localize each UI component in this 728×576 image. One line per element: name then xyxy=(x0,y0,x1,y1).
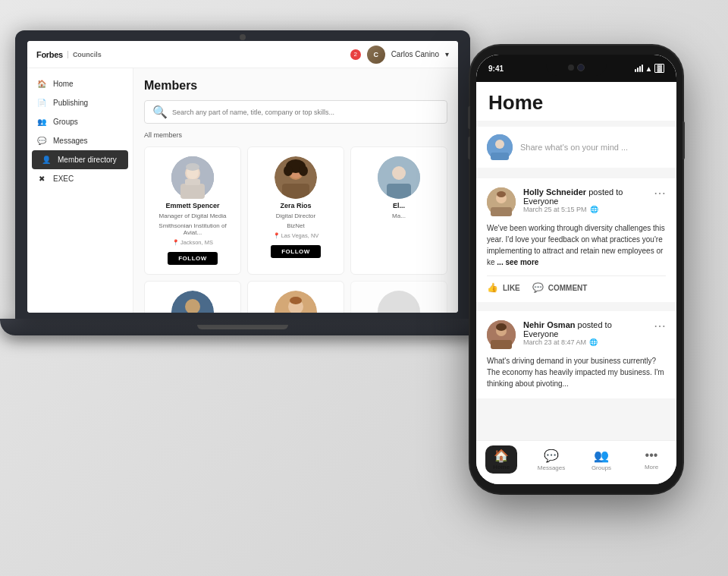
svg-point-30 xyxy=(497,191,506,197)
more-nav-icon: ••• xyxy=(645,449,658,462)
user-name: Carlos Canino xyxy=(391,50,439,58)
post-actions-1: 👍 LIKE 💬 COMMENT xyxy=(487,275,666,293)
member-location: 📍 Jackson, MS xyxy=(172,239,213,246)
nav-item-home[interactable]: 🏠 Home xyxy=(476,445,526,474)
member-name: Emmett Spencer xyxy=(165,202,219,209)
user-dropdown-icon[interactable]: ▾ xyxy=(445,50,449,58)
post-more-button-1[interactable]: ⋯ xyxy=(654,187,666,200)
nav-item-groups[interactable]: 👥 Groups xyxy=(576,449,626,471)
notification-badge[interactable]: 2 xyxy=(350,49,361,60)
status-bar: 9:41 ▲ ▓ xyxy=(476,55,676,82)
sidebar-item-messages-label: Messages xyxy=(53,137,88,145)
groups-icon: 👥 xyxy=(36,118,47,126)
publishing-icon: 📄 xyxy=(36,99,47,107)
all-members-label: All members xyxy=(144,131,447,139)
home-nav-label: Home xyxy=(493,464,510,471)
search-input[interactable] xyxy=(172,109,439,116)
laptop-body: Forbes Councils 2 C Carlos Canino ▾ xyxy=(15,30,470,319)
follow-button-2[interactable]: FOLLOW xyxy=(271,245,321,258)
svg-point-23 xyxy=(290,297,302,304)
like-icon: 👍 xyxy=(487,282,498,293)
phone-content: Home Share what's on your mind ... xyxy=(476,82,676,440)
post-header-1: Holly Schneider posted to Everyone March… xyxy=(487,187,666,216)
sidebar-item-publishing-label: Publishing xyxy=(53,99,88,107)
nav-item-more[interactable]: ••• More xyxy=(626,449,676,471)
battery-icon: ▓ xyxy=(654,64,664,73)
member-avatar xyxy=(275,156,317,199)
messages-nav-icon: 💬 xyxy=(544,449,559,463)
like-button[interactable]: 👍 LIKE xyxy=(487,282,520,293)
phone-body: 9:41 ▲ ▓ xyxy=(470,46,682,493)
svg-rect-5 xyxy=(185,179,200,185)
sidebar-item-publishing[interactable]: 📄 Publishing xyxy=(27,93,133,112)
sidebar-item-home[interactable]: 🏠 Home xyxy=(27,74,133,93)
power-button xyxy=(682,121,685,159)
scene: Forbes Councils 2 C Carlos Canino ▾ xyxy=(0,0,728,576)
exec-icon: ✖ xyxy=(36,175,47,183)
member-card: Zera Rios Digital Director BizNet 📍 Las … xyxy=(247,146,344,275)
nav-item-messages[interactable]: 💬 Messages xyxy=(526,449,576,471)
sidebar-item-home-label: Home xyxy=(53,80,74,88)
member-directory-icon: 👤 xyxy=(41,156,52,164)
member-card xyxy=(144,281,241,313)
member-card: El... Ma... xyxy=(350,146,447,275)
sidebar-item-messages[interactable]: 💬 Messages xyxy=(27,131,133,150)
member-name: Zera Rios xyxy=(280,202,311,209)
svg-point-34 xyxy=(496,323,507,331)
post-body-2: What's driving demand in your business c… xyxy=(487,355,666,389)
wifi-icon: ▲ xyxy=(645,65,653,73)
search-bar[interactable]: 🔍 xyxy=(144,100,447,124)
sidebar-item-exec[interactable]: ✖ EXEC xyxy=(27,169,133,188)
members-title: Members xyxy=(144,79,447,93)
sidebar-item-groups[interactable]: 👥 Groups xyxy=(27,112,133,131)
post-author-1: Holly Schneider posted to Everyone xyxy=(523,187,646,206)
globe-icon: 🌐 xyxy=(590,206,598,213)
member-avatar xyxy=(171,156,214,199)
sidebar-item-groups-label: Groups xyxy=(53,118,78,126)
laptop-content: 🏠 Home 📄 Publishing 👥 Groups 💬 xyxy=(27,68,458,313)
comment-button[interactable]: 💬 COMMENT xyxy=(532,282,588,293)
member-title: Manager of Digital Media xyxy=(159,212,227,219)
see-more-link-1[interactable]: ... see more xyxy=(497,258,538,266)
location-icon: 📍 xyxy=(273,232,280,239)
sidebar-item-exec-label: EXEC xyxy=(53,175,74,183)
front-camera xyxy=(577,64,585,71)
post-card-1: Holly Schneider posted to Everyone March… xyxy=(476,178,676,302)
phone-notch xyxy=(546,59,607,76)
status-icons: ▲ ▓ xyxy=(635,64,664,73)
bottom-nav: 🏠 Home 💬 Messages 👥 Groups ••• M xyxy=(476,440,676,484)
svg-point-12 xyxy=(299,165,308,176)
svg-rect-26 xyxy=(491,153,509,160)
svg-rect-8 xyxy=(282,184,309,199)
svg-point-25 xyxy=(495,140,504,149)
sidebar: 🏠 Home 📄 Publishing 👥 Groups 💬 xyxy=(27,68,133,313)
home-icon: 🏠 xyxy=(36,80,47,88)
member-location: 📍 Las Vegas, NV xyxy=(273,232,319,239)
user-avatar: C xyxy=(367,46,385,64)
svg-rect-2 xyxy=(180,184,205,199)
councils-text: Councils xyxy=(67,51,102,58)
member-company: Smithsonian Institution of Aviat... xyxy=(151,222,234,236)
follow-button-1[interactable]: FOLLOW xyxy=(168,252,218,265)
volume-up-button xyxy=(468,106,470,129)
svg-rect-33 xyxy=(491,340,512,349)
member-card: Emmett Spencer Manager of Digital Media … xyxy=(144,146,241,275)
sidebar-item-member-directory[interactable]: 👤 Member directory xyxy=(32,150,128,169)
volume-down-button xyxy=(468,137,470,159)
phone-screen: 9:41 ▲ ▓ xyxy=(476,55,676,484)
compose-placeholder[interactable]: Share what's on your mind ... xyxy=(520,143,628,152)
status-time: 9:41 xyxy=(488,65,504,73)
post-time-2: March 23 at 8:47 AM 🌐 xyxy=(523,338,646,346)
compose-box[interactable]: Share what's on your mind ... xyxy=(476,127,676,168)
post-time-1: March 25 at 5:15 PM 🌐 xyxy=(523,206,646,213)
member-title: Ma... xyxy=(392,212,406,219)
forbes-logo: Forbes Councils xyxy=(36,50,102,59)
post-more-button-2[interactable]: ⋯ xyxy=(654,320,666,332)
main-panel: Members 🔍 All members xyxy=(133,68,458,313)
laptop: Forbes Councils 2 C Carlos Canino ▾ xyxy=(15,30,470,349)
member-name: El... xyxy=(393,202,405,209)
comment-icon: 💬 xyxy=(532,282,544,293)
messages-icon: 💬 xyxy=(36,137,47,145)
messages-nav-label: Messages xyxy=(538,464,565,471)
post-author-2: Nehir Osman posted to Everyone xyxy=(523,320,646,338)
